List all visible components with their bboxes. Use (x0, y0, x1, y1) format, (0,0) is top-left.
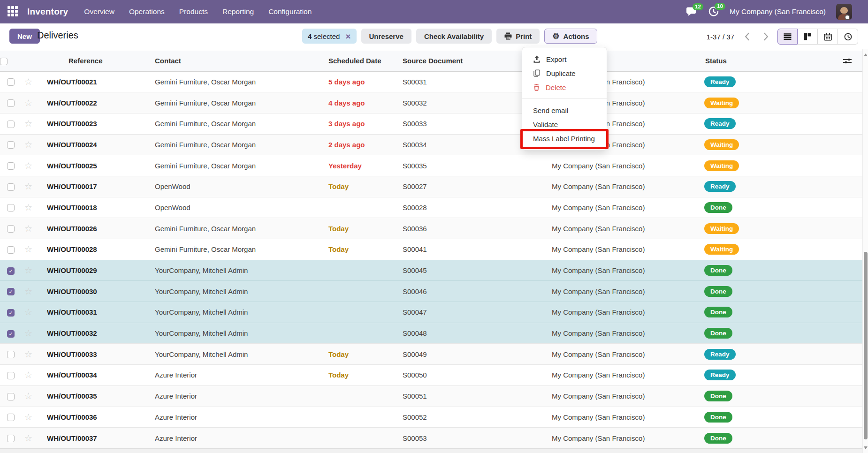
print-button[interactable]: Print (496, 29, 540, 44)
check-availability-button[interactable]: Check Availability (416, 29, 492, 44)
scroll-up-icon[interactable] (864, 53, 868, 56)
table-row[interactable]: ☆WH/OUT/00025Gemini Furniture, Oscar Mor… (0, 155, 862, 176)
table-row[interactable]: ✓☆WH/OUT/00031YourCompany, Mitchell Admi… (0, 302, 862, 323)
favorite-star-icon[interactable]: ☆ (24, 161, 32, 171)
new-button[interactable]: New (9, 29, 40, 44)
clear-selection-icon[interactable]: × (345, 32, 350, 41)
favorite-star-icon[interactable]: ☆ (24, 140, 32, 150)
apps-grid-icon[interactable] (8, 6, 19, 17)
kanban-view-button[interactable] (798, 29, 818, 45)
favorite-star-icon[interactable]: ☆ (24, 98, 32, 108)
activities-button[interactable]: 10 (708, 6, 719, 17)
row-checkbox[interactable] (7, 99, 15, 107)
table-footer-strip (0, 448, 862, 453)
favorite-star-icon[interactable]: ☆ (24, 370, 32, 380)
table-row[interactable]: ✓☆WH/OUT/00030YourCompany, Mitchell Admi… (0, 281, 862, 302)
app-brand-inventory[interactable]: Inventory (27, 7, 68, 17)
favorite-star-icon[interactable]: ☆ (24, 287, 32, 296)
favorite-star-icon[interactable]: ☆ (24, 181, 32, 191)
table-row[interactable]: ☆WH/OUT/00028Gemini Furniture, Oscar Mor… (0, 239, 862, 260)
menu-item-duplicate[interactable]: Duplicate (522, 66, 607, 80)
favorite-star-icon[interactable]: ☆ (24, 307, 32, 317)
table-row[interactable]: ☆WH/OUT/00024Gemini Furniture, Oscar Mor… (0, 134, 862, 155)
favorite-star-icon[interactable]: ☆ (24, 203, 32, 212)
adjust-columns-icon[interactable] (843, 57, 862, 65)
row-source-document: S00041 (400, 239, 549, 260)
favorite-star-icon[interactable]: ☆ (24, 224, 32, 234)
table-row[interactable]: ☆WH/OUT/00035Azure InteriorS00051My Comp… (0, 385, 862, 407)
favorite-star-icon[interactable]: ☆ (24, 433, 32, 443)
company-switcher[interactable]: My Company (San Francisco) (730, 8, 826, 16)
row-checkbox[interactable] (7, 351, 15, 358)
row-star-cell: ☆ (22, 155, 44, 176)
row-checkbox[interactable] (7, 435, 15, 442)
table-row[interactable]: ☆WH/OUT/00021Gemini Furniture, Oscar Mor… (0, 71, 862, 92)
list-view-button[interactable] (777, 29, 798, 45)
menu-configuration[interactable]: Configuration (268, 8, 312, 16)
menu-reporting[interactable]: Reporting (222, 8, 254, 16)
header-reference[interactable]: Reference (44, 51, 152, 71)
menu-products[interactable]: Products (179, 8, 208, 16)
row-checkbox[interactable] (7, 162, 15, 170)
row-scheduled-date: Today (326, 239, 400, 260)
row-checkbox[interactable] (7, 141, 15, 149)
menu-item-export[interactable]: Export (522, 52, 607, 66)
favorite-star-icon[interactable]: ☆ (24, 77, 32, 87)
menu-operations[interactable]: Operations (129, 8, 165, 16)
menu-item-delete[interactable]: Delete (522, 80, 607, 94)
row-checkbox[interactable]: ✓ (7, 330, 15, 338)
favorite-star-icon[interactable]: ☆ (24, 349, 32, 359)
actions-button[interactable]: ⚙ Actions (544, 29, 597, 44)
favorite-star-icon[interactable]: ☆ (24, 412, 32, 422)
scroll-down-icon[interactable] (864, 446, 868, 449)
table-row[interactable]: ✓☆WH/OUT/00029YourCompany, Mitchell Admi… (0, 260, 862, 281)
select-all-checkbox[interactable] (0, 58, 8, 65)
favorite-star-icon[interactable]: ☆ (24, 265, 32, 275)
unreserve-button[interactable]: Unreserve (361, 29, 411, 44)
vertical-scrollbar[interactable] (862, 49, 868, 453)
table-row[interactable]: ☆WH/OUT/00034Azure InteriorTodayS00050My… (0, 365, 862, 386)
activity-view-button[interactable] (838, 29, 858, 45)
table-row[interactable]: ☆WH/OUT/00026Gemini Furniture, Oscar Mor… (0, 218, 862, 239)
table-row[interactable]: ☆WH/OUT/00022Gemini Furniture, Oscar Mor… (0, 92, 862, 113)
favorite-star-icon[interactable]: ☆ (24, 119, 32, 128)
menu-item-send-email[interactable]: Send email (522, 103, 607, 117)
row-checkbox[interactable] (7, 183, 15, 191)
favorite-star-icon[interactable]: ☆ (24, 391, 32, 401)
row-checkbox[interactable] (7, 78, 15, 86)
row-end-cell (840, 428, 862, 449)
pager-next-icon[interactable] (760, 29, 772, 44)
row-checkbox[interactable] (7, 121, 15, 128)
menu-overview[interactable]: Overview (84, 8, 114, 16)
row-checkbox[interactable] (7, 414, 15, 421)
table-row[interactable]: ☆WH/OUT/00036Azure InteriorS00052My Comp… (0, 407, 862, 428)
menu-item-mass-label-printing[interactable]: Mass Label Printing (522, 131, 607, 145)
messages-button[interactable]: 12 (686, 7, 698, 17)
row-checkbox[interactable] (7, 225, 15, 233)
table-row[interactable]: ☆WH/OUT/00018OpenWoodS00028My Company (S… (0, 197, 862, 218)
favorite-star-icon[interactable]: ☆ (24, 244, 32, 254)
row-checkbox[interactable]: ✓ (7, 309, 15, 317)
header-contact[interactable]: Contact (152, 51, 326, 71)
table-row[interactable]: ☆WH/OUT/00037Azure InteriorS00053My Comp… (0, 428, 862, 449)
table-row[interactable]: ☆WH/OUT/00033YourCompany, Mitchell Admin… (0, 344, 862, 365)
row-scheduled-date (326, 302, 400, 323)
row-checkbox[interactable] (7, 372, 15, 379)
status-badge: Ready (704, 181, 736, 192)
favorite-star-icon[interactable]: ☆ (24, 328, 32, 338)
header-status[interactable]: Status (701, 51, 840, 71)
header-scheduled-date[interactable]: Scheduled Date (326, 51, 400, 71)
pager-previous-icon[interactable] (741, 29, 753, 44)
scrollbar-thumb[interactable] (864, 252, 868, 439)
row-checkbox[interactable] (7, 204, 15, 211)
row-checkbox[interactable]: ✓ (7, 288, 15, 295)
row-checkbox[interactable] (7, 393, 15, 400)
table-row[interactable]: ✓☆WH/OUT/00032YourCompany, Mitchell Admi… (0, 323, 862, 344)
row-status-cell: Done (701, 428, 840, 449)
calendar-view-button[interactable] (818, 29, 838, 45)
table-row[interactable]: ☆WH/OUT/00017OpenWoodTodayS00027My Compa… (0, 176, 862, 197)
menu-item-validate[interactable]: Validate (522, 117, 607, 131)
table-row[interactable]: ☆WH/OUT/00023Gemini Furniture, Oscar Mor… (0, 113, 862, 134)
row-checkbox[interactable] (7, 246, 15, 254)
row-checkbox[interactable]: ✓ (7, 267, 15, 275)
